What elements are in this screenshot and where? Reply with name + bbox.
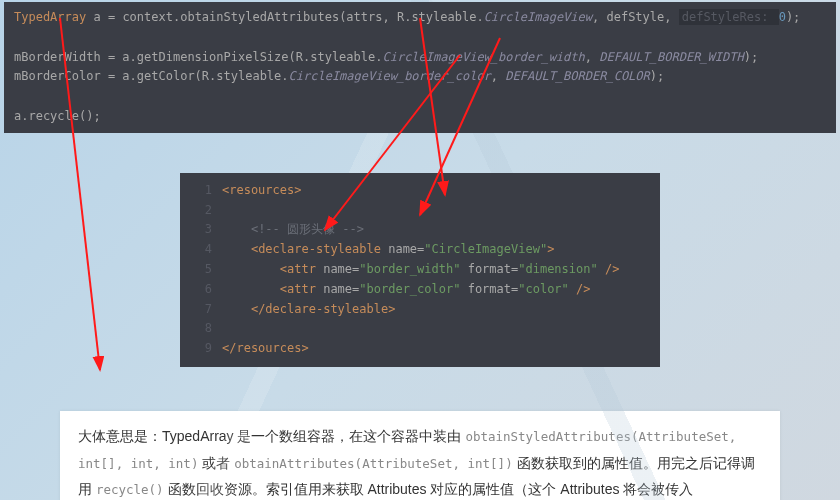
java-code-block: TypedArray a = context.obtainStyledAttri… [4, 2, 836, 133]
xml-code-block: 1<resources> 2 3 <!-- 圆形头像 --> 4 <declar… [180, 173, 660, 367]
typedarray-keyword: TypedArray [14, 10, 86, 24]
